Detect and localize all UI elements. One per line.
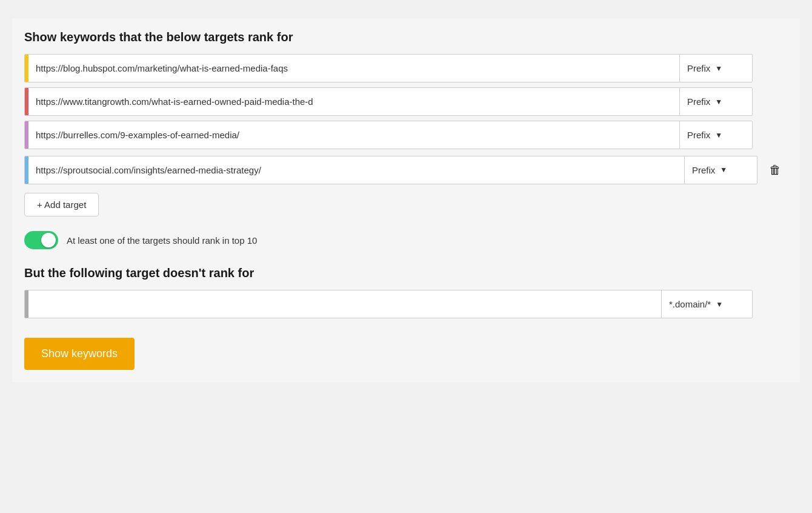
section1-title: Show keywords that the below targets ran…: [24, 30, 788, 44]
target-row-3: Prefix▼: [24, 121, 788, 149]
exclude-prefix-select[interactable]: *.domain/* ▼: [661, 290, 752, 318]
toggle-track: [24, 231, 58, 249]
target-row-1: Prefix▼: [24, 54, 788, 82]
toggle-label: At least one of the targets should rank …: [67, 235, 257, 246]
targets-list: Prefix▼Prefix▼Prefix▼Prefix▼🗑: [24, 54, 788, 186]
target-prefix-label-4: Prefix: [692, 165, 715, 175]
target-row-4: Prefix▼🗑: [24, 154, 788, 186]
exclude-url-input[interactable]: [28, 290, 661, 318]
target-row-2: Prefix▼: [24, 87, 788, 116]
target-input-wrapper-1: Prefix▼: [24, 54, 753, 82]
target-prefix-select-1[interactable]: Prefix▼: [679, 55, 752, 82]
target-prefix-label-1: Prefix: [687, 63, 710, 73]
target-url-input-3[interactable]: [28, 121, 679, 149]
toggle-row: At least one of the targets should rank …: [24, 231, 788, 249]
target-url-input-2[interactable]: [28, 88, 679, 115]
exclude-target-row: *.domain/* ▼: [24, 290, 788, 318]
chevron-down-icon: ▼: [720, 166, 727, 174]
trash-icon: 🗑: [769, 163, 781, 177]
chevron-down-icon: ▼: [715, 98, 722, 106]
target-url-input-4[interactable]: [28, 156, 684, 184]
target-url-input-1[interactable]: [28, 55, 679, 82]
main-container: Show keywords that the below targets ran…: [12, 18, 800, 382]
target-prefix-label-2: Prefix: [687, 96, 710, 107]
chevron-down-icon: ▼: [715, 64, 722, 73]
section2-title: But the following target doesn't rank fo…: [24, 266, 788, 280]
exclude-prefix-label: *.domain/*: [669, 299, 711, 309]
show-keywords-button[interactable]: Show keywords: [24, 338, 135, 370]
exclude-input-wrapper: *.domain/* ▼: [24, 290, 753, 318]
add-target-button[interactable]: + Add target: [24, 193, 99, 216]
chevron-down-icon: ▼: [716, 300, 723, 309]
target-prefix-label-3: Prefix: [687, 130, 710, 140]
target-delete-button-4[interactable]: 🗑: [762, 154, 788, 186]
toggle-thumb: [41, 233, 56, 247]
target-prefix-select-3[interactable]: Prefix▼: [679, 121, 752, 149]
target-prefix-select-4[interactable]: Prefix▼: [684, 156, 757, 184]
target-prefix-select-2[interactable]: Prefix▼: [679, 88, 752, 115]
target-input-wrapper-3: Prefix▼: [24, 121, 753, 149]
chevron-down-icon: ▼: [715, 131, 722, 139]
top10-toggle[interactable]: [24, 231, 58, 249]
target-input-wrapper-4: Prefix▼: [24, 156, 757, 184]
target-input-wrapper-2: Prefix▼: [24, 87, 753, 116]
